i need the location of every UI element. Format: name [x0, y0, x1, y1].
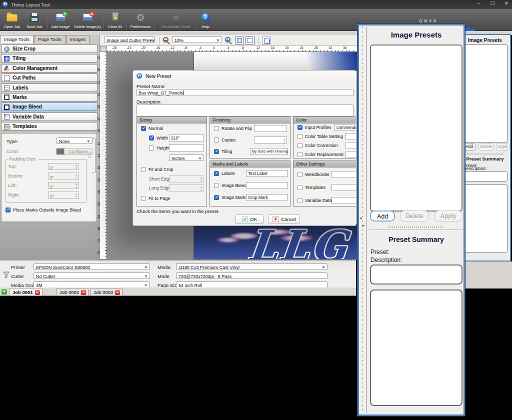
color-table-checkbox[interactable] — [298, 134, 302, 139]
tool-cut-paths[interactable]: Cut Paths — [1, 74, 98, 82]
tiling-checkbox[interactable] — [214, 149, 219, 154]
tool-labels[interactable]: Labels — [1, 84, 98, 92]
place-marks-row[interactable]: Place Marks Outside Image Bleed — [6, 208, 92, 212]
preset-name-input[interactable]: Bus Wrap_G7_Panels — [136, 89, 354, 96]
description-input[interactable] — [136, 104, 354, 116]
image-bleed-checkbox[interactable] — [214, 183, 219, 188]
ok-button[interactable]: ✔OK — [236, 214, 264, 224]
image-presets-dock-panel: Image Presets Add Delete Apply Preset Su… — [459, 34, 511, 262]
width-row[interactable]: Width — [149, 136, 168, 140]
width-input[interactable]: 210" — [169, 134, 204, 142]
media-select[interactable]: IJ180 Cv3 Premium Cast Vinyl — [176, 264, 328, 270]
units-select[interactable]: Inches — [169, 154, 204, 161]
ruler-number: 12 — [97, 55, 109, 62]
rotate-flip-checkbox[interactable] — [214, 126, 219, 131]
variable-data-checkbox[interactable] — [298, 198, 302, 203]
close-job-icon[interactable]: × — [35, 290, 40, 295]
short-edge-label: Short Edge — [149, 176, 172, 182]
add-job-button[interactable]: + — [2, 289, 7, 294]
height-input[interactable] — [169, 144, 204, 152]
copies-row[interactable]: Copies — [214, 138, 236, 142]
preset-list[interactable] — [370, 44, 462, 212]
rotate-flip-row[interactable]: Rotate and Flip — [214, 126, 252, 131]
preferences-button[interactable]: ⚙ Preferences — [128, 10, 153, 30]
outline-preview-toggle[interactable] — [246, 36, 254, 45]
tool-size-crop[interactable]: Size Crop — [1, 44, 98, 53]
width-checkbox[interactable] — [149, 136, 154, 140]
job-tab-3[interactable]: Job 0003× — [90, 288, 122, 296]
cutter-select[interactable]: No Cutter — [34, 272, 150, 279]
collapse-right-icon[interactable]: ▶ — [362, 224, 364, 227]
normal-checkbox[interactable] — [141, 126, 146, 131]
color-management-icon — [4, 66, 10, 71]
zoom-level-select[interactable]: 10% — [172, 36, 222, 43]
fit-and-crop-checkbox[interactable] — [141, 167, 146, 172]
input-profiles-checkbox[interactable] — [298, 125, 302, 130]
ruler-number: 32 — [97, 116, 109, 122]
tool-image-bleed[interactable]: Image Bleed — [1, 102, 98, 111]
close-button[interactable]: ✕ — [503, 0, 510, 6]
tab-image-tools[interactable]: Image Tools — [0, 35, 34, 44]
height-checkbox[interactable] — [149, 146, 154, 150]
cancel-button[interactable]: ✘Cancel — [268, 214, 300, 224]
variable-data-row[interactable]: Variable Data — [298, 198, 332, 203]
add-preset-button[interactable]: Add — [370, 210, 395, 222]
input-profiles-row[interactable]: Input Profiles — [298, 125, 332, 130]
normal-row[interactable]: Normal — [141, 126, 163, 131]
dock-preset-list[interactable] — [462, 44, 508, 142]
maximize-button[interactable]: ☐ — [489, 0, 496, 6]
color-correction-row[interactable]: Color Correction — [298, 143, 338, 148]
weedborder-row[interactable]: Weedborder — [298, 172, 330, 177]
job-tab-1[interactable]: Job 0001× — [9, 288, 42, 296]
tab-page-tools[interactable]: Page Tools — [34, 35, 66, 44]
color-replacement-row[interactable]: Color Replacement — [298, 152, 344, 157]
save-job-button[interactable]: Save Job — [24, 10, 45, 30]
minimize-button[interactable]: – — [475, 0, 482, 6]
ruler-number: 24 — [97, 92, 109, 98]
labels-checkbox[interactable] — [214, 171, 219, 176]
clear-all-button[interactable]: Clear All — [105, 10, 125, 30]
color-replacement-checkbox[interactable] — [298, 152, 302, 157]
close-job-icon[interactable]: × — [115, 290, 120, 295]
chevron-down-icon — [144, 284, 148, 286]
open-job-button[interactable]: Open Job — [1, 10, 23, 30]
printer-select[interactable]: EPSON SureColor S80600 — [34, 264, 150, 270]
image-bleed-row[interactable]: Image Bleed — [214, 183, 247, 188]
tab-images[interactable]: Images — [66, 35, 90, 44]
color-correction-checkbox[interactable] — [298, 143, 302, 148]
add-image-button[interactable]: + Add Image — [49, 10, 72, 30]
collapse-left-icon[interactable]: ◀ — [360, 216, 362, 220]
mode-select[interactable]: 720@720x720dpi - 8 Pass — [176, 272, 328, 279]
image-marks-row[interactable]: Image Marks — [214, 195, 248, 200]
tool-marks[interactable]: Marks — [1, 93, 98, 102]
job-tab-2[interactable]: Job 0002× — [56, 288, 88, 296]
weedborder-checkbox[interactable] — [298, 172, 302, 177]
help-button[interactable]: ? Help — [197, 10, 214, 30]
type-select[interactable]: None — [56, 138, 92, 144]
image-marks-checkbox[interactable] — [214, 195, 219, 200]
close-job-icon[interactable]: × — [81, 290, 86, 295]
filter-funnel-icon[interactable] — [3, 272, 10, 278]
ok-check-icon: ✔ — [242, 216, 248, 222]
templates-checkbox[interactable] — [298, 185, 302, 190]
height-row[interactable]: Height — [149, 146, 170, 150]
zoom-out-icon[interactable] — [163, 37, 168, 42]
fit-and-crop-row[interactable]: Fit and Crop — [141, 167, 174, 172]
color-table-row[interactable]: Color Table Setting — [298, 134, 343, 139]
tool-templates[interactable]: Templates — [1, 122, 98, 130]
tool-variable-data[interactable]: Variable Data — [1, 112, 98, 121]
delete-images-button[interactable]: × Delete Image(s) — [73, 10, 102, 30]
fit-to-page-row[interactable]: Fit to Page — [141, 196, 170, 201]
preview-mode-select[interactable]: Image and Cutter Preview — [104, 36, 155, 43]
place-marks-checkbox[interactable] — [6, 208, 10, 212]
fit-to-page-checkbox[interactable] — [141, 196, 146, 201]
labels-row[interactable]: Labels — [214, 171, 235, 176]
tile-preview-button[interactable] — [262, 36, 271, 45]
templates-row[interactable]: Templates — [298, 185, 326, 190]
copies-checkbox[interactable] — [214, 138, 219, 142]
tiling-row[interactable]: Tiling — [214, 149, 232, 154]
zoom-in-icon[interactable] — [225, 37, 230, 42]
image-preview-toggle[interactable] — [235, 36, 244, 45]
tool-color-management[interactable]: Color Management — [1, 64, 98, 72]
tool-tiling[interactable]: Tiling — [1, 54, 98, 62]
